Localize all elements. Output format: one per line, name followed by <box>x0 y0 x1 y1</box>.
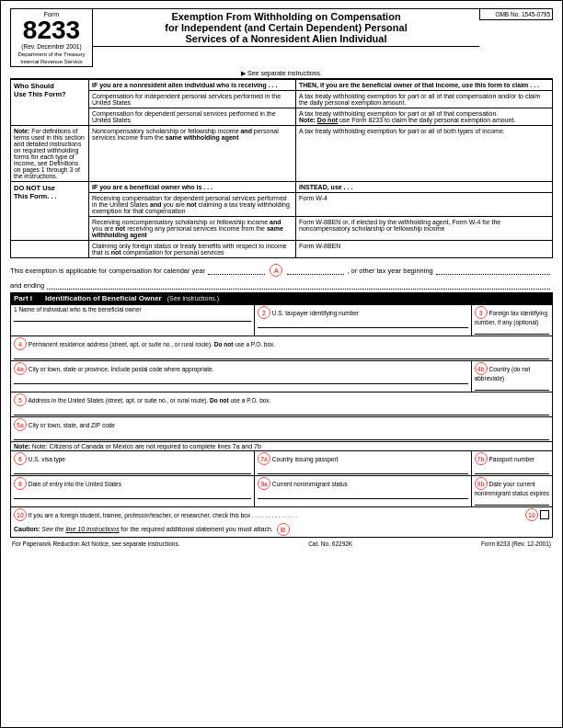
part1-label: Part I <box>14 294 32 302</box>
circle7a-label: 7a <box>258 452 270 465</box>
field1-cell: 1 Name of individual who is the benefici… <box>11 305 255 336</box>
do-not-row2-if: Receiving noncompensatory scholarship or… <box>89 217 296 241</box>
circle2-label: 2 <box>258 306 270 319</box>
do-not-row3-instead: Form W-8BEN <box>296 241 553 258</box>
caution-text: Caution: See the line 10 instructions fo… <box>14 523 549 536</box>
do-not-row1-instead: Form W-4 <box>296 193 553 217</box>
then-header: THEN, if you are the beneficial owner of… <box>296 80 553 91</box>
circle5a-label: 5a <box>14 418 27 431</box>
field4-cell: 4 Permanent residence address (street, a… <box>11 336 553 361</box>
circle4-label: 4 <box>14 337 27 350</box>
field6-cell: 6 U.S. visa type <box>11 451 255 476</box>
do-not-row1-if: Receiving compensation for dependent per… <box>89 193 296 217</box>
field5-cell: 5 Address in the United States (street, … <box>11 392 553 417</box>
field4a-cell: 4a City or town, state or province. Incl… <box>11 361 472 392</box>
circle8-label: 8 <box>14 477 27 490</box>
field9b-cell: 9b Date your current nonimmigrant status… <box>471 476 552 507</box>
circle-b-label: B <box>277 523 290 536</box>
calendar-year-section: This exemption is applicable for compens… <box>10 264 553 277</box>
main-title-line1: Exemption From Withholding on Compensati… <box>98 11 475 22</box>
circle4b-label: 4b <box>475 362 488 375</box>
circle9a-label: 9a <box>258 477 270 490</box>
omb-number: OMB No. 1545-0795 <box>482 11 550 17</box>
circle6-label: 6 <box>14 452 27 465</box>
if-header: IF you are a nonresident alien individua… <box>89 80 296 91</box>
circle10-label: 10 <box>14 508 27 521</box>
circle5-label: 5 <box>14 393 27 406</box>
circle7b-label: 7b <box>475 452 488 465</box>
part1-see: (See instructions.) <box>167 295 219 301</box>
field10-cell: 10 If you are a foreign student, trainee… <box>11 507 553 538</box>
who-row3-then: A tax treaty withholding exemption for p… <box>296 126 553 182</box>
do-not-row3-if: Claiming only foreign status or treaty b… <box>89 241 296 258</box>
field10-number: 10 <box>525 508 538 521</box>
form-ref: Form 8233 (Rev. 12-2001) <box>481 540 551 547</box>
who-row2-if: Compensation for dependent personal serv… <box>89 108 296 126</box>
field10-checkbox[interactable] <box>540 510 549 519</box>
who-row1-then: A tax treaty withholding exemption for p… <box>296 91 553 108</box>
form-rev: (Rev. December 2001) <box>13 43 90 50</box>
part1-title: Identification of Beneficial Owner <box>45 294 162 302</box>
cat-number: Cat. No. 62292K <box>308 540 352 547</box>
who-row2-then: A tax treaty withholding exemption for p… <box>296 108 553 126</box>
footer: For Paperwork Reduction Act Notice, see … <box>10 540 553 547</box>
field3-cell: 3 Foreign tax identifying number, if any… <box>471 305 552 336</box>
do-not-use-header: DO NOT Use This Form. . . <box>11 182 89 241</box>
circle3-label: 3 <box>475 306 488 319</box>
paperwork-notice: For Paperwork Reduction Act Notice, see … <box>12 540 179 547</box>
field7b-cell: 7b Passport number <box>471 451 552 476</box>
who-row3-if: Noncompensatory scholarship or fellowshi… <box>89 126 296 182</box>
dept-line2: Internal Revenue Service <box>13 59 90 64</box>
do-not-if-header: IF you are a beneficial owner who is . .… <box>89 182 296 193</box>
field4b-cell: 4b Country (do not abbreviate) <box>471 361 552 392</box>
who-row1-if: Compensation for independent personal se… <box>89 91 296 108</box>
fields-table: 1 Name of individual who is the benefici… <box>10 304 553 538</box>
usage-table: Who Should Use This Form? IF you are a n… <box>10 79 553 258</box>
field2-cell: 2 U.S. taxpayer identifying number <box>255 305 472 336</box>
do-not-row2-instead: Form W-8BEN or, if elected by the withho… <box>296 217 553 241</box>
field9a-cell: 9a Current nonimmigrant status <box>255 476 472 507</box>
form-number: 8233 <box>13 17 90 43</box>
dept-line1: Department of the Treasury <box>13 51 90 57</box>
circle-a-label: A <box>270 264 282 277</box>
circle4a-label: 4a <box>14 362 27 375</box>
and-ending-row: and ending <box>10 280 553 290</box>
part1-header: Part I Identification of Beneficial Owne… <box>10 292 553 304</box>
circle9b-label: 9b <box>475 477 488 490</box>
field7a-cell: 7a Country issuing passport <box>255 451 472 476</box>
main-title-line2: for Independent (and Certain Dependent) … <box>98 22 475 33</box>
field5a-cell: 5a City or town, state, and ZIP code <box>11 417 553 442</box>
do-not-instead-header: INSTEAD, use . . . <box>296 182 553 193</box>
who-should-header: Who Should Use This Form? <box>11 80 89 126</box>
note-citizens: Note: Note: Citizens of Canada or Mexico… <box>11 442 553 451</box>
field8-cell: 8 Date of entry into the United States <box>11 476 255 507</box>
main-title-line3: Services of a Nonresident Alien Individu… <box>98 33 475 44</box>
note-section: Note: For definitions of terms used in t… <box>11 126 89 182</box>
see-instructions: ▶ See separate instructions. <box>10 69 553 79</box>
